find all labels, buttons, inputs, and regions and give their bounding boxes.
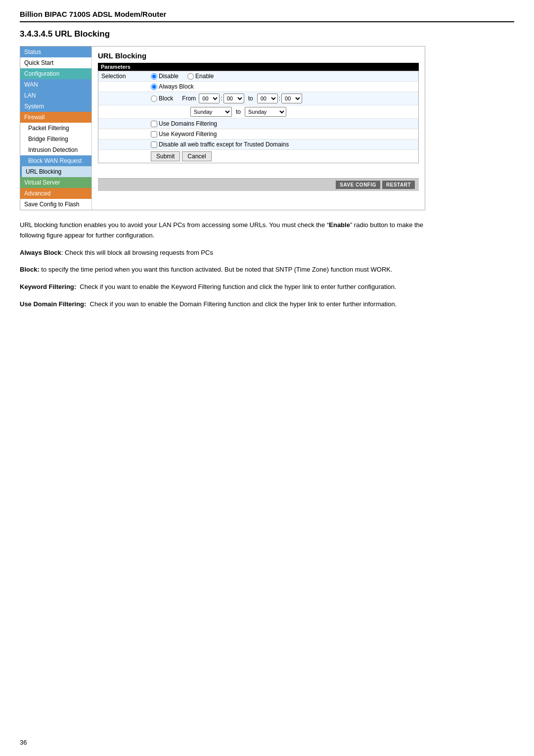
colon-sep-2: :	[279, 95, 280, 102]
keyword-filtering-text: Use Keyword Filtering	[159, 131, 217, 138]
main-content-area: URL Blocking Parameters Selection Disabl…	[92, 47, 425, 210]
block-radio-label[interactable]: Block	[151, 95, 173, 102]
sidebar-item-url-blocking[interactable]: URL Blocking	[20, 166, 91, 177]
content-title: URL Blocking	[98, 51, 419, 60]
description-section: URL blocking function enables you to avo…	[20, 220, 425, 310]
sidebar-item-intrusion-detection[interactable]: Intrusion Detection	[20, 144, 91, 155]
keyword-filtering-checkbox[interactable]	[151, 131, 157, 138]
to-minute-select[interactable]: 00	[281, 94, 302, 103]
action-buttons-row: Submit Cancel	[98, 150, 418, 163]
keyword-filtering-label[interactable]: Use Keyword Filtering	[151, 131, 217, 138]
sidebar-item-quick-start[interactable]: Quick Start	[20, 57, 91, 68]
intro-paragraph: URL blocking function enables you to avo…	[20, 220, 425, 241]
disable-text: Disable	[159, 73, 178, 80]
disable-traffic-label[interactable]: Disable all web traffic except for Trust…	[151, 141, 289, 148]
sidebar-item-wan[interactable]: WAN	[20, 79, 91, 90]
restart-button[interactable]: RESTART	[382, 181, 415, 189]
day-row: Sunday Monday Tuesday Wednesday Thursday…	[98, 105, 418, 119]
sidebar-item-system[interactable]: System	[20, 101, 91, 112]
disable-radio[interactable]	[151, 73, 157, 80]
to-label-1: to	[248, 95, 253, 102]
from-label: From	[182, 95, 196, 102]
selection-label: Selection	[101, 73, 151, 80]
enable-radio-label[interactable]: Enable	[187, 73, 214, 80]
disable-traffic-row: Disable all web traffic except for Trust…	[98, 140, 418, 150]
sidebar-item-save-config[interactable]: Save Config to Flash	[20, 199, 91, 210]
sidebar-item-block-wan-request[interactable]: Block WAN Request	[20, 155, 91, 166]
from-hour-select[interactable]: 00	[199, 94, 220, 103]
block-paragraph: Block: to specify the time period when y…	[20, 265, 425, 275]
domains-filtering-text: Use Domains Filtering	[159, 120, 217, 127]
bottom-bar: SAVE CONFIG RESTART	[98, 178, 419, 191]
to-day-select[interactable]: Sunday Monday Tuesday Wednesday Thursday…	[245, 107, 286, 117]
enable-bold: Enable	[329, 221, 350, 229]
always-block-text: Always Block	[159, 83, 194, 90]
always-block-radio[interactable]	[151, 84, 157, 90]
domain-paragraph: Use Domain Filtering: Check if you wan t…	[20, 299, 425, 310]
section-title: 3.4.3.4.5 URL Blocking	[20, 29, 514, 39]
domains-filtering-label[interactable]: Use Domains Filtering	[151, 120, 217, 127]
sidebar-item-lan[interactable]: LAN	[20, 90, 91, 101]
disable-radio-label[interactable]: Disable	[151, 73, 178, 80]
always-block-paragraph: Always Block: Check this will block all …	[20, 248, 425, 258]
submit-button[interactable]: Submit	[151, 151, 180, 161]
sidebar-item-packet-filtering[interactable]: Packet Filtering	[20, 123, 91, 134]
always-block-bold: Always Block	[20, 249, 61, 256]
sidebar-item-configuration[interactable]: Configuration	[20, 68, 91, 79]
sidebar: Status Quick Start Configuration WAN LAN…	[20, 47, 92, 210]
from-day-select[interactable]: Sunday Monday Tuesday Wednesday Thursday…	[190, 107, 232, 117]
save-config-button[interactable]: SAVE CONFIG	[336, 181, 380, 189]
block-radio[interactable]	[151, 95, 157, 102]
block-text: Block	[159, 95, 173, 102]
sidebar-item-advanced[interactable]: Advanced	[20, 188, 91, 199]
keyword-paragraph: Keyword Filtering: Check if you want to …	[20, 282, 425, 292]
to-hour-select[interactable]: 00	[257, 94, 278, 103]
sidebar-item-bridge-filtering[interactable]: Bridge Filtering	[20, 134, 91, 144]
domains-filtering-checkbox[interactable]	[151, 121, 157, 127]
enable-text: Enable	[195, 73, 214, 80]
selection-row: Selection Disable Enable	[98, 71, 418, 82]
keyword-filtering-row: Use Keyword Filtering	[98, 129, 418, 140]
form-section: Selection Disable Enable Always	[98, 71, 419, 163]
sidebar-item-firewall[interactable]: Firewall	[20, 112, 91, 123]
router-ui-panel: Status Quick Start Configuration WAN LAN…	[20, 46, 425, 210]
domains-filtering-row: Use Domains Filtering	[98, 119, 418, 129]
cancel-button[interactable]: Cancel	[182, 151, 211, 161]
from-minute-select[interactable]: 00	[223, 94, 244, 103]
keyword-bold: Keyword Filtering:	[20, 283, 76, 290]
enable-radio[interactable]	[187, 73, 194, 80]
page-number: 36	[20, 739, 27, 746]
always-block-radio-label[interactable]: Always Block	[151, 83, 194, 90]
block-bold: Block:	[20, 266, 40, 273]
to-label-2: to	[236, 108, 241, 115]
colon-sep-1: :	[221, 95, 222, 102]
always-block-row: Always Block	[98, 82, 418, 92]
domain-bold: Use Domain Filtering:	[20, 300, 86, 308]
sidebar-item-virtual-server[interactable]: Virtual Server	[20, 177, 91, 188]
params-header: Parameters	[98, 63, 419, 71]
disable-traffic-text: Disable all web traffic except for Trust…	[159, 141, 289, 148]
block-time-row: Block From 00 : 00 to 00 :	[98, 92, 418, 105]
page-header: Billion BIPAC 7100S ADSL Modem/Router	[20, 10, 514, 22]
sidebar-item-status[interactable]: Status	[20, 47, 91, 57]
disable-traffic-checkbox[interactable]	[151, 142, 157, 148]
